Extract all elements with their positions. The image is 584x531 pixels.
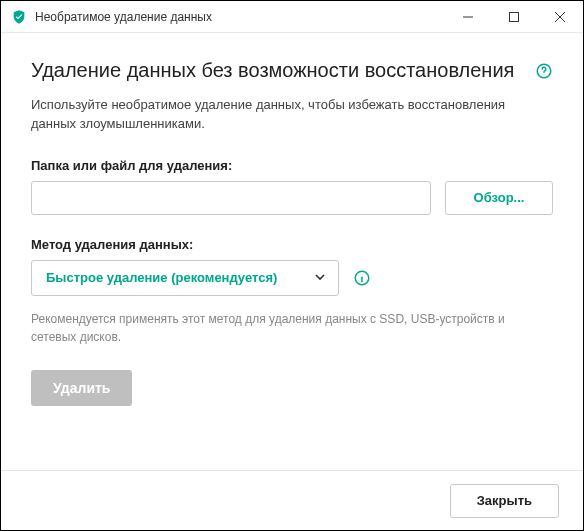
- method-hint-text: Рекомендуется применять этот метод для у…: [31, 310, 553, 346]
- path-row: Обзор...: [31, 181, 553, 215]
- path-input[interactable]: [31, 181, 431, 215]
- method-select[interactable]: Быстрое удаление (рекомендуется): [31, 260, 339, 296]
- content-area: Удаление данных без возможности восстано…: [1, 33, 583, 471]
- minimize-button[interactable]: [445, 1, 491, 33]
- close-button[interactable]: Закрыть: [450, 484, 559, 518]
- window-controls: [445, 1, 583, 33]
- method-selected-text: Быстрое удаление (рекомендуется): [46, 270, 277, 285]
- svg-rect-1: [510, 12, 519, 21]
- svg-point-8: [362, 274, 363, 275]
- help-icon[interactable]: [535, 62, 553, 80]
- method-row: Быстрое удаление (рекомендуется): [31, 260, 553, 296]
- footer: Закрыть: [1, 471, 583, 530]
- browse-button[interactable]: Обзор...: [445, 181, 553, 215]
- shield-icon: [11, 9, 27, 25]
- titlebar: Необратимое удаление данных: [1, 1, 583, 33]
- close-window-button[interactable]: [537, 1, 583, 33]
- window-title: Необратимое удаление данных: [35, 10, 445, 24]
- path-label: Папка или файл для удаления:: [31, 158, 553, 173]
- svg-point-5: [544, 74, 545, 75]
- method-label: Метод удаления данных:: [31, 237, 553, 252]
- delete-button[interactable]: Удалить: [31, 370, 132, 406]
- page-title: Удаление данных без возможности восстано…: [31, 59, 514, 82]
- info-icon[interactable]: [353, 269, 371, 287]
- chevron-down-icon: [314, 269, 326, 287]
- maximize-button[interactable]: [491, 1, 537, 33]
- description-text: Используйте необратимое удаление данных,…: [31, 96, 553, 134]
- heading-row: Удаление данных без возможности восстано…: [31, 59, 553, 82]
